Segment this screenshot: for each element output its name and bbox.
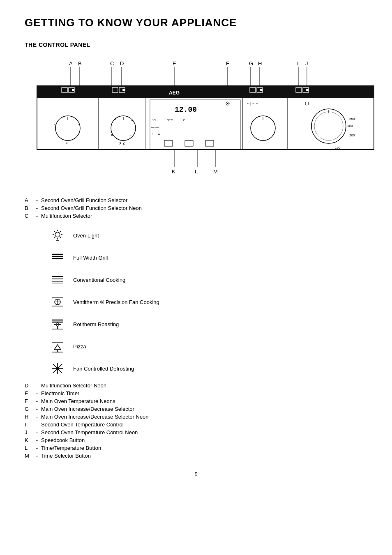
list-item-b: B - Second Oven/Grill Function Selector …	[25, 205, 367, 211]
page-title: GETTING TO KNOW YOUR APPLIANCE	[25, 16, 367, 29]
icons-section: Oven Light Full Width Grill Conventional…	[49, 227, 367, 377]
icon-row-ventitherm: Ventitherm ® Precision Fan Cooking	[49, 294, 367, 310]
full-width-grill-icon	[49, 249, 66, 266]
svg-text:F: F	[226, 60, 229, 67]
svg-text:←: ←	[53, 122, 57, 126]
description-section-abc: A - Second Oven/Grill Function Selector …	[25, 197, 367, 219]
svg-text:↑: ↑	[151, 132, 153, 136]
list-item-m: M - Time Selector Button	[25, 453, 367, 459]
svg-rect-21	[37, 86, 374, 98]
dash-a: -	[33, 197, 41, 203]
list-item-c: C - Multifunction Selector	[25, 213, 367, 219]
fan-defrost-label: Fan Controlled Defrosting	[73, 366, 134, 372]
svg-text:K: K	[172, 168, 175, 175]
full-width-grill-label: Full Width Grill	[73, 255, 108, 261]
list-item-h: H - Main Oven Increase/Decrease Selector…	[25, 414, 367, 420]
svg-text:M: M	[213, 168, 218, 175]
list-item-e: E - Electronic Timer	[25, 390, 367, 396]
svg-text:G: G	[249, 60, 253, 67]
svg-text:▲: ▲	[157, 132, 161, 136]
conventional-icon	[49, 272, 66, 288]
svg-text:≡: ≡	[66, 142, 68, 145]
oven-light-label: Oven Light	[73, 233, 99, 239]
svg-text:⋯: ⋯	[129, 119, 133, 123]
oven-light-icon	[49, 227, 66, 244]
svg-text:=: =	[129, 133, 131, 137]
ventitherm-icon	[49, 294, 66, 310]
pizza-label: Pizza	[73, 343, 86, 350]
svg-text:D: D	[120, 60, 124, 67]
svg-line-87	[60, 237, 61, 238]
list-item-d: D - Multifunction Selector Neon	[25, 382, 367, 389]
svg-text:200: 200	[349, 134, 355, 137]
desc-c: Multifunction Selector	[41, 213, 367, 219]
svg-text:250: 250	[349, 117, 355, 121]
rotitherm-label: Rotitherm Roasting	[73, 321, 119, 327]
svg-text:A: A	[69, 60, 73, 67]
list-item-i: I - Second Oven Temperature Control	[25, 421, 367, 428]
letter-c: C	[25, 213, 33, 219]
conventional-label: Conventional Cooking	[73, 277, 125, 283]
svg-text:100: 100	[347, 124, 353, 128]
list-item-f: F - Main Oven Temperature Neons	[25, 398, 367, 404]
icon-row-fan-defrost: Fan Controlled Defrosting	[49, 360, 367, 377]
icon-row-rotitherm: Rotitherm Roasting	[49, 316, 367, 332]
svg-text:150: 150	[335, 146, 341, 150]
svg-text:¥: ¥	[111, 133, 113, 137]
svg-text:12.00: 12.00	[175, 106, 197, 114]
svg-text:⊙°C: ⊙°C	[166, 118, 173, 122]
icon-row-pizza: Pizza	[49, 338, 367, 355]
svg-point-57	[260, 89, 263, 91]
icon-row-conventional: Conventional Cooking	[49, 272, 367, 288]
letter-a: A	[25, 197, 33, 203]
svg-point-64	[311, 109, 346, 143]
svg-text:←|→ +: ←|→ +	[247, 101, 258, 106]
diagram-svg: A B C D E F G H I J	[25, 56, 378, 184]
svg-line-86	[54, 231, 55, 233]
rotitherm-icon	[49, 316, 66, 332]
svg-text:°C→: °C→	[152, 118, 159, 122]
fan-defrost-icon	[49, 360, 66, 377]
page-number: 5	[25, 471, 367, 477]
svg-text:⊙: ⊙	[183, 118, 186, 122]
desc-b: Second Oven/Grill Function Selector Neon	[41, 205, 367, 211]
list-item-a: A - Second Oven/Grill Function Selector	[25, 197, 367, 203]
list-item-k: K - Speedcook Button	[25, 437, 367, 443]
svg-point-54	[227, 103, 228, 104]
dash-c: -	[33, 213, 41, 219]
icon-row-grill: Full Width Grill	[49, 249, 367, 266]
section-title: THE CONTROL PANEL	[25, 41, 367, 48]
letter-b: B	[25, 205, 33, 211]
svg-line-88	[60, 231, 61, 233]
list-item-g: G - Main Oven Increase/Decrease Selector	[25, 406, 367, 412]
list-item-l: L - Time/Temperature Button	[25, 445, 367, 451]
svg-point-63	[306, 89, 309, 91]
description-section-dm: D - Multifunction Selector Neon E - Elec…	[25, 382, 367, 459]
svg-text:⊼ ⊻: ⊼ ⊻	[119, 142, 125, 145]
icon-row-oven-light: Oven Light	[49, 227, 367, 244]
svg-point-37	[122, 89, 125, 91]
svg-text:E: E	[173, 60, 176, 67]
svg-text:AEG: AEG	[169, 90, 180, 96]
list-item-j: J - Second Oven Temperature Control Neon	[25, 429, 367, 435]
svg-point-81	[55, 232, 60, 237]
svg-point-29	[72, 89, 74, 91]
svg-marker-112	[54, 345, 61, 350]
pizza-icon	[49, 338, 66, 355]
svg-text:J: J	[305, 60, 308, 67]
ventitherm-label: Ventitherm ® Precision Fan Cooking	[73, 299, 159, 305]
svg-text:C: C	[110, 60, 114, 67]
svg-text:=: =	[78, 122, 80, 126]
svg-text:✦: ✦	[114, 117, 117, 121]
svg-text:L: L	[195, 168, 198, 175]
desc-a: Second Oven/Grill Function Selector	[41, 197, 367, 203]
svg-text:— —: — —	[151, 125, 159, 129]
svg-text:H: H	[258, 60, 262, 67]
dash-b: -	[33, 205, 41, 211]
svg-line-89	[54, 237, 55, 238]
svg-text:I: I	[297, 60, 299, 67]
svg-text:B: B	[78, 60, 82, 67]
control-panel-diagram: A B C D E F G H I J	[25, 56, 378, 185]
